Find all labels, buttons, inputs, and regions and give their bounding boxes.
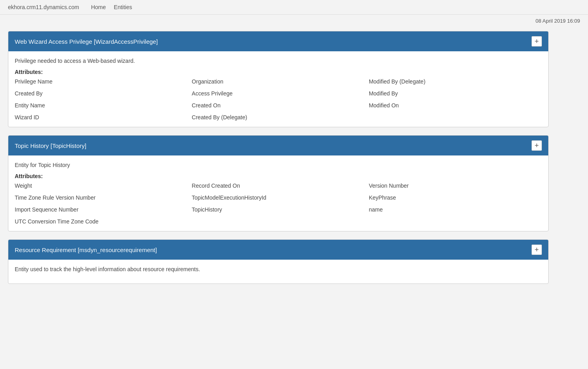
attribute-item-web-wizard-access-privilege-5: Modified By xyxy=(369,90,542,97)
entity-card-plus-button-topic-history[interactable]: + xyxy=(532,140,542,151)
attribute-item-topic-history-9: UTC Conversion Time Zone Code xyxy=(15,218,188,225)
attribute-item-web-wizard-access-privilege-3: Created By xyxy=(15,90,188,97)
attribute-item-topic-history-6: Import Sequence Number xyxy=(15,206,188,213)
entity-card-body-resource-requirement: Entity used to track the high-level info… xyxy=(8,260,548,284)
main-content: Web Wizard Access Privilege [WizardAcces… xyxy=(0,27,557,300)
top-bar: ekhora.crm11.dynamics.com Home Entities xyxy=(0,0,588,15)
attribute-item-topic-history-0: Weight xyxy=(15,183,188,189)
attribute-item-web-wizard-access-privilege-7: Created On xyxy=(192,102,365,109)
entity-card-plus-button-web-wizard-access-privilege[interactable]: + xyxy=(532,36,542,47)
entity-card-title-topic-history: Topic History [TopicHistory] xyxy=(15,142,86,149)
entity-description-web-wizard-access-privilege: Privilege needed to access a Web-based w… xyxy=(15,58,542,64)
attribute-item-topic-history-1: Record Created On xyxy=(192,183,365,189)
attribute-item-web-wizard-access-privilege-1: Organization xyxy=(192,78,365,85)
datetime-label: 08 April 2019 16:09 xyxy=(536,18,580,24)
datetime-bar: 08 April 2019 16:09 xyxy=(0,15,588,27)
attribute-item-web-wizard-access-privilege-6: Entity Name xyxy=(15,102,188,109)
attribute-item-web-wizard-access-privilege-8: Modified On xyxy=(369,102,542,109)
entity-card-header-topic-history: Topic History [TopicHistory]+ xyxy=(8,136,548,155)
attribute-item-topic-history-10 xyxy=(192,218,365,225)
entity-description-resource-requirement: Entity used to track the high-level info… xyxy=(15,266,542,272)
entity-card-topic-history: Topic History [TopicHistory]+Entity for … xyxy=(8,135,549,231)
top-nav: Home Entities xyxy=(91,4,132,10)
attribute-item-web-wizard-access-privilege-11 xyxy=(369,114,542,120)
attribute-item-topic-history-8: name xyxy=(369,206,542,213)
entity-description-topic-history: Entity for Topic History xyxy=(15,162,542,168)
attribute-item-topic-history-11 xyxy=(369,218,542,225)
entity-card-title-web-wizard-access-privilege: Web Wizard Access Privilege [WizardAcces… xyxy=(15,38,158,45)
attributes-grid-topic-history: WeightRecord Created OnVersion NumberTim… xyxy=(15,183,542,225)
nav-entities[interactable]: Entities xyxy=(114,4,132,10)
entity-card-resource-requirement: Resource Requirement [msdyn_resourcerequ… xyxy=(8,239,549,284)
entity-card-header-web-wizard-access-privilege: Web Wizard Access Privilege [WizardAcces… xyxy=(8,31,548,51)
attributes-grid-web-wizard-access-privilege: Privilege NameOrganizationModified By (D… xyxy=(15,78,542,120)
attribute-item-web-wizard-access-privilege-9: Wizard ID xyxy=(15,114,188,120)
attribute-item-topic-history-3: Time Zone Rule Version Number xyxy=(15,194,188,201)
attributes-label-web-wizard-access-privilege: Attributes: xyxy=(15,69,542,75)
entity-card-body-web-wizard-access-privilege: Privilege needed to access a Web-based w… xyxy=(8,51,548,127)
nav-home[interactable]: Home xyxy=(91,4,106,10)
entity-card-header-resource-requirement: Resource Requirement [msdyn_resourcerequ… xyxy=(8,240,548,260)
attribute-item-web-wizard-access-privilege-4: Access Privilege xyxy=(192,90,365,97)
attributes-label-topic-history: Attributes: xyxy=(15,173,542,179)
attribute-item-topic-history-7: TopicHistory xyxy=(192,206,365,213)
entity-card-title-resource-requirement: Resource Requirement [msdyn_resourcerequ… xyxy=(15,247,157,253)
attribute-item-topic-history-5: KeyPhrase xyxy=(369,194,542,201)
attribute-item-topic-history-2: Version Number xyxy=(369,183,542,189)
entity-card-web-wizard-access-privilege: Web Wizard Access Privilege [WizardAcces… xyxy=(8,31,549,127)
attribute-item-web-wizard-access-privilege-0: Privilege Name xyxy=(15,78,188,85)
attribute-item-web-wizard-access-privilege-10: Created By (Delegate) xyxy=(192,114,365,120)
attribute-item-topic-history-4: TopicModelExecutionHistoryId xyxy=(192,194,365,201)
entity-card-body-topic-history: Entity for Topic HistoryAttributes:Weigh… xyxy=(8,155,548,231)
domain-label: ekhora.crm11.dynamics.com xyxy=(8,4,79,10)
entity-card-plus-button-resource-requirement[interactable]: + xyxy=(532,245,542,255)
attribute-item-web-wizard-access-privilege-2: Modified By (Delegate) xyxy=(369,78,542,85)
